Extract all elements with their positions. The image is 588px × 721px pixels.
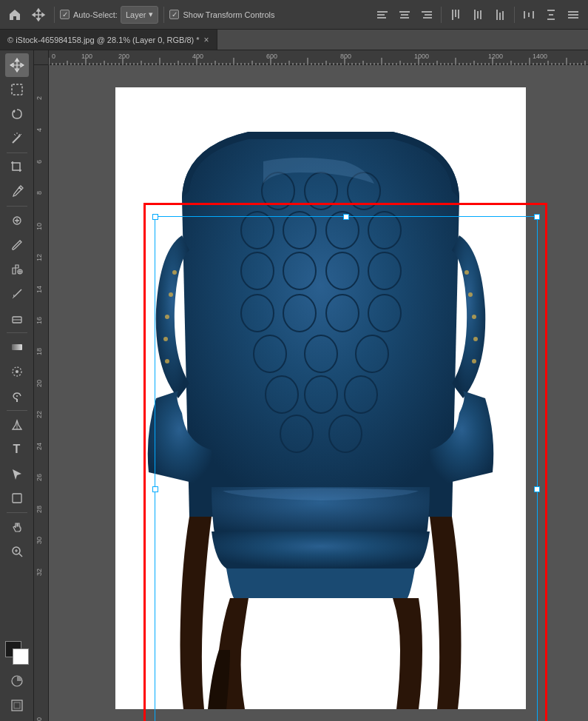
svg-rect-10 [455,10,456,17]
svg-rect-38 [12,700,22,711]
align-bottom-icon[interactable] [490,4,510,25]
transform-handle-middle-right[interactable] [534,486,540,492]
tab-close-icon[interactable]: × [204,35,209,45]
text-tool[interactable]: T [5,437,29,461]
svg-rect-9 [452,10,453,20]
brush-tool[interactable] [5,233,29,257]
path-select-tool[interactable] [5,462,29,486]
svg-rect-3 [399,11,410,13]
svg-point-33 [16,370,18,373]
svg-rect-19 [528,13,530,17]
align-top-icon[interactable] [445,4,466,25]
distribute-v-icon[interactable] [541,4,561,25]
svg-rect-15 [496,10,498,20]
zoom-tool[interactable] [5,540,29,563]
quick-mask-mode[interactable] [5,669,29,693]
shape-tool[interactable] [5,486,29,510]
move-tool[interactable] [5,53,29,77]
svg-point-65 [165,315,169,319]
svg-rect-11 [458,10,459,19]
svg-rect-24 [568,11,578,13]
tool-divider-5 [7,512,27,513]
white-canvas [115,87,526,709]
svg-rect-7 [425,14,432,16]
layer-dropdown[interactable]: Layer ▾ [121,6,159,24]
canvas-area: 0 100 200 400 600 800 1000 1200 1400 0 2… [34,50,588,721]
transform-handle-top-right[interactable] [534,214,540,220]
pen-tool[interactable] [5,413,29,437]
auto-select-checkbox[interactable]: ✓ [60,10,70,19]
svg-rect-31 [12,344,22,350]
spot-heal-tool[interactable] [5,209,29,232]
blur-tool[interactable] [5,360,29,383]
eraser-tool[interactable] [5,306,29,330]
auto-select-label: Auto-Select: [73,10,118,19]
svg-rect-39 [14,702,20,708]
background-color[interactable] [13,648,29,665]
tool-divider-3 [7,332,27,333]
hand-tool[interactable] [5,515,29,539]
align-right-icon[interactable] [416,4,437,25]
align-tools [372,4,584,25]
ruler-horizontal: 0 100 200 400 600 800 1000 1200 1400 [49,50,588,65]
dodge-tool[interactable] [5,384,29,408]
tool-divider-1 [7,152,27,153]
align-left-icon[interactable] [372,4,393,25]
ruler-corner [34,50,49,65]
svg-point-68 [464,270,469,275]
svg-rect-6 [422,11,432,13]
history-brush-tool[interactable] [5,282,29,306]
svg-rect-8 [423,17,432,19]
auto-select-container: ✓ Auto-Select: [60,10,118,19]
divider-4 [514,7,515,23]
svg-rect-13 [477,11,479,19]
document-tab[interactable]: © iStock-465984158.jpg @ 28.1% (Layer 0,… [0,30,217,50]
svg-rect-5 [400,17,409,19]
svg-point-34 [16,395,18,397]
tab-bar: © iStock-465984158.jpg @ 28.1% (Layer 0,… [0,30,588,50]
svg-point-72 [472,359,476,363]
divider-3 [441,7,442,23]
divider-2 [163,7,164,23]
svg-rect-26 [568,17,578,19]
document-canvas [49,65,588,721]
svg-rect-25 [568,14,578,16]
screen-mode[interactable] [5,694,29,717]
crop-tool[interactable] [5,155,29,179]
magic-wand-tool[interactable] [5,127,29,150]
svg-point-69 [468,292,473,297]
lasso-tool[interactable] [5,102,29,126]
svg-point-64 [169,292,173,297]
tool-divider-4 [7,410,27,411]
move-tool-icon[interactable] [28,4,49,25]
svg-point-67 [165,359,169,363]
svg-rect-2 [377,17,386,19]
divider-1 [54,7,55,23]
show-transform-checkbox[interactable]: ✓ [169,10,179,19]
svg-rect-27 [12,84,22,95]
svg-rect-4 [401,14,408,16]
top-toolbar: ✓ Auto-Select: Layer ▾ ✓ Show Transform … [0,0,588,30]
svg-rect-23 [547,19,555,20]
svg-point-63 [172,270,177,275]
svg-rect-12 [474,10,476,20]
svg-rect-18 [524,11,525,19]
gradient-tool[interactable] [5,335,29,359]
clone-tool[interactable] [5,258,29,281]
show-transform-container: ✓ Show Transform Controls [169,10,274,19]
color-swatches[interactable] [5,641,29,665]
svg-rect-0 [377,11,388,13]
svg-rect-14 [480,10,481,19]
chair-image [115,87,526,709]
distribute-h-icon[interactable] [518,4,539,25]
tool-divider-2 [7,206,27,207]
show-transform-label: Show Transform Controls [183,10,274,19]
align-center-h-icon[interactable] [394,4,415,25]
align-middle-v-icon[interactable] [467,4,488,25]
home-icon[interactable] [4,4,25,25]
select-tool[interactable] [5,78,29,101]
left-toolbar: T [0,50,34,721]
eyedropper-tool[interactable] [5,180,29,204]
more-options-icon[interactable] [563,4,584,25]
svg-rect-35 [13,494,21,503]
